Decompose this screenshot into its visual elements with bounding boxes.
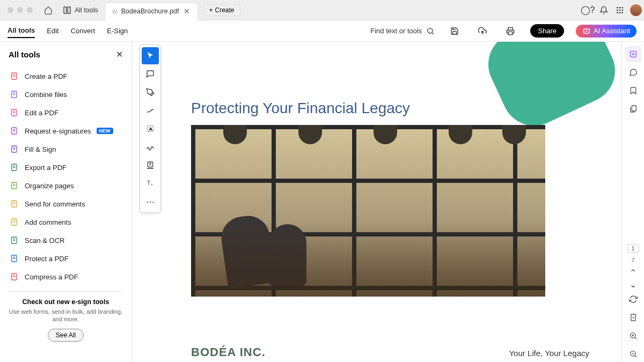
menu-edit[interactable]: Edit <box>47 24 58 38</box>
avatar[interactable] <box>628 2 644 18</box>
sidebar-item-label: Request e-signatures <box>25 127 91 135</box>
tool-icon <box>10 162 19 172</box>
save-icon[interactable] <box>447 23 463 39</box>
menu-esign[interactable]: E-Sign <box>107 24 128 38</box>
select-tool-icon[interactable] <box>142 47 159 64</box>
page-current[interactable]: 1 <box>627 244 639 253</box>
tool-icon <box>10 144 19 154</box>
ai-panel-icon[interactable] <box>625 46 641 62</box>
menu-all-tools[interactable]: All tools <box>8 24 35 38</box>
text-tool-icon[interactable]: A <box>142 120 159 137</box>
document-canvas[interactable]: A T+ ⋯ Protecting Your Financial Legacy … <box>132 42 621 362</box>
fit-page-icon[interactable] <box>625 309 641 326</box>
page-down-icon[interactable]: ⌄ <box>625 279 641 289</box>
tool-icon <box>10 90 19 99</box>
tab-file[interactable]: ☆ BodeaBrochure.pdf ✕ <box>105 2 198 20</box>
cloud-icon[interactable] <box>474 23 491 39</box>
menu-convert[interactable]: Convert <box>71 24 96 38</box>
sidebar-item-label: Add comments <box>25 218 71 226</box>
tab-all-tools[interactable]: All tools <box>56 3 105 18</box>
floating-toolbar: A T+ ⋯ <box>140 45 161 213</box>
tool-icon <box>10 272 19 282</box>
svg-point-3 <box>619 7 621 9</box>
sidebar-item-request-e-signatures[interactable]: Request e-signaturesNEW <box>9 122 123 140</box>
svg-point-7 <box>621 9 623 11</box>
new-badge: NEW <box>97 128 113 134</box>
window-titlebar: All tools ☆ BodeaBrochure.pdf ✕ + Create… <box>0 0 644 20</box>
create-button[interactable]: + Create <box>203 4 240 16</box>
sidebar-item-send-for-comments[interactable]: Send for comments <box>9 195 123 213</box>
comment-tool-icon[interactable] <box>142 65 159 83</box>
sidebar-item-combine-files[interactable]: Combine files <box>9 85 123 104</box>
rotate-icon[interactable] <box>625 291 641 307</box>
svg-rect-0 <box>64 7 67 13</box>
sidebar-item-fill-sign[interactable]: Fill & Sign <box>9 140 123 158</box>
svg-point-9 <box>619 12 621 13</box>
close-icon[interactable]: ✕ <box>182 7 191 16</box>
min-dot[interactable] <box>17 7 23 13</box>
svg-point-8 <box>617 12 618 13</box>
svg-point-5 <box>617 9 618 11</box>
addtext-tool-icon[interactable]: T+ <box>142 175 159 192</box>
sidebar-item-label: Create a PDF <box>25 72 67 80</box>
stamp-tool-icon[interactable] <box>142 157 159 174</box>
tool-icon <box>10 71 19 81</box>
company-logo: BODÉA INC. <box>191 345 266 359</box>
svg-point-4 <box>621 7 623 9</box>
sidebar-title: All tools <box>9 50 40 59</box>
apps-icon[interactable] <box>612 2 628 18</box>
main-area: All tools ✕ Create a PDFCombine filesEdi… <box>0 42 644 362</box>
svg-text:A: A <box>149 127 152 131</box>
sidebar-item-create-a-pdf[interactable]: Create a PDF <box>9 67 123 85</box>
share-button[interactable]: Share <box>530 24 564 38</box>
sign-tool-icon[interactable] <box>142 138 159 156</box>
ai-label: AI Assistant <box>594 27 630 35</box>
draw-tool-icon[interactable] <box>142 102 159 119</box>
print-icon[interactable] <box>502 23 518 39</box>
help-icon[interactable]: ◯? <box>580 2 596 18</box>
svg-point-2 <box>617 7 618 9</box>
sidebar-item-add-comments[interactable]: Add comments <box>9 213 123 231</box>
tool-icon <box>10 181 19 190</box>
bell-icon[interactable] <box>596 2 612 18</box>
close-sidebar-icon[interactable]: ✕ <box>116 49 123 60</box>
svg-text:+: + <box>151 182 153 187</box>
sparkle-icon <box>582 27 591 35</box>
tab-all-tools-label: All tools <box>75 6 98 14</box>
svg-point-10 <box>621 12 623 13</box>
svg-rect-12 <box>508 32 513 34</box>
more-tools-icon[interactable]: ⋯ <box>142 193 159 210</box>
tool-icon <box>10 199 19 209</box>
sidebar-item-export-a-pdf[interactable]: Export a PDF <box>9 158 123 176</box>
hero-photo <box>191 125 545 297</box>
doc-footer: BODÉA INC. Your Life, Your Legacy <box>191 345 589 359</box>
pages-panel-icon[interactable] <box>625 101 641 117</box>
sidebar-item-label: Export a PDF <box>25 164 67 172</box>
sidebar-item-edit-a-pdf[interactable]: Edit a PDF <box>9 104 123 122</box>
page-up-icon[interactable]: ⌃ <box>625 268 641 277</box>
zoom-in-icon[interactable] <box>625 328 641 344</box>
home-icon[interactable] <box>40 3 56 18</box>
comment-panel-icon[interactable] <box>625 64 641 80</box>
close-dot[interactable] <box>8 7 13 13</box>
highlight-tool-icon[interactable] <box>142 84 159 101</box>
svg-rect-1 <box>68 7 70 13</box>
bookmark-panel-icon[interactable] <box>625 83 641 99</box>
sidebar-item-scan-ocr[interactable]: Scan & OCR <box>9 231 123 249</box>
search-icon <box>426 27 435 35</box>
sidebar-item-label: Combine files <box>25 91 67 99</box>
doc-tagline: Your Life, Your Legacy <box>509 349 589 358</box>
max-dot[interactable] <box>27 7 33 13</box>
sidebar-item-organize-pages[interactable]: Organize pages <box>9 176 123 195</box>
svg-rect-32 <box>632 106 636 111</box>
sidebar-item-protect-a-pdf[interactable]: Protect a PDF <box>9 249 123 268</box>
ai-assistant-button[interactable]: AI Assistant <box>576 25 636 38</box>
tools-sidebar: All tools ✕ Create a PDFCombine filesEdi… <box>0 42 132 362</box>
tool-icon <box>10 235 19 245</box>
see-all-button[interactable]: See All <box>48 329 84 342</box>
sidebar-header: All tools ✕ <box>9 49 123 60</box>
search-area[interactable]: Find text or tools <box>370 27 435 35</box>
right-panel-bar: 1 7 ⌃ ⌄ <box>621 42 644 362</box>
zoom-out-icon[interactable] <box>625 346 641 362</box>
sidebar-item-compress-a-pdf[interactable]: Compress a PDF <box>9 268 123 286</box>
